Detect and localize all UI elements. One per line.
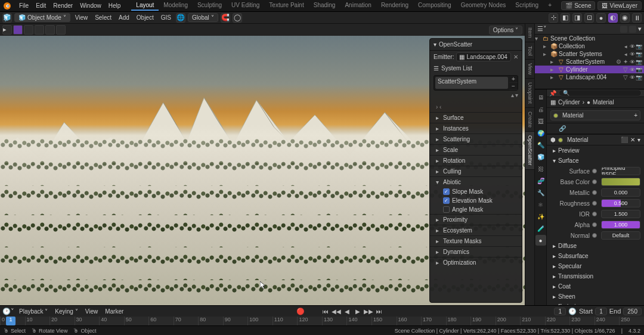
workspace-tab-texture-paint[interactable]: Texture Paint: [264, 1, 308, 11]
3d-viewport[interactable]: ▾ OpenScatter Emitter: ▦ Landscape.004 ✕…: [0, 36, 525, 305]
clock-icon[interactable]: 🕑: [568, 308, 577, 315]
roughness-field[interactable]: 0.500: [601, 199, 640, 207]
jump-prev-key-icon[interactable]: ◀◀: [332, 307, 340, 315]
section-culling[interactable]: ▸Culling: [430, 166, 522, 176]
section-texture-masks[interactable]: ▸Texture Masks: [430, 235, 522, 246]
shading-matprev-icon[interactable]: ◐: [608, 13, 618, 23]
section-rotation[interactable]: ▸Rotation: [430, 155, 522, 166]
jump-start-icon[interactable]: ⏮: [321, 307, 330, 315]
checkbox[interactable]: ✓: [443, 197, 450, 204]
side-tab-openscatter[interactable]: OpenScatter: [525, 132, 534, 170]
visibility-toggle-icon[interactable]: 📷: [636, 59, 642, 65]
section-scattering[interactable]: ▸Scattering: [430, 134, 522, 144]
menu-help[interactable]: Help: [105, 2, 125, 9]
workspace-tab-uv-editing[interactable]: UV Editing: [227, 1, 264, 11]
section-surface[interactable]: ▾Surface: [547, 156, 644, 166]
tool-options-dropdown[interactable]: Options ˅: [489, 26, 522, 35]
jump-end-icon[interactable]: ⏭: [375, 307, 383, 315]
gizmo-icon[interactable]: ⊹: [549, 13, 558, 23]
visibility-toggle-icon[interactable]: 👁: [629, 51, 635, 57]
menu-render[interactable]: Render: [49, 2, 76, 9]
system-list-item[interactable]: ScatterSystem: [435, 77, 508, 89]
section-diffuse[interactable]: ▸Diffuse: [547, 241, 644, 251]
workspace-tab-geometry-nodes[interactable]: Geometry Nodes: [456, 1, 511, 11]
menu-file[interactable]: File: [16, 2, 32, 9]
visibility-toggle-icon[interactable]: 📷: [636, 44, 642, 49]
shading-solid-icon[interactable]: ●: [596, 13, 606, 23]
outliner-filter-icon[interactable]: [620, 26, 627, 33]
play-icon[interactable]: ▶: [354, 307, 362, 315]
alpha-field[interactable]: 1.000: [601, 221, 640, 229]
props-pin-icon[interactable]: 📌: [549, 90, 556, 97]
emitter-clear-icon[interactable]: ✕: [513, 54, 518, 60]
outliner-type-icon[interactable]: ☰˅: [537, 25, 547, 33]
outliner-row[interactable]: ▸📦Collection◂👁📷: [535, 42, 644, 50]
workspace-tab-scripting[interactable]: Scripting: [510, 1, 543, 11]
side-tab-unopaint[interactable]: Unopaint: [525, 79, 534, 108]
workspace-tab-rendering[interactable]: Rendering: [376, 1, 413, 11]
visibility-toggle-icon[interactable]: ◂: [623, 51, 628, 57]
proportional-icon[interactable]: ◯: [233, 13, 242, 23]
outliner-row[interactable]: ▸▽Cylinder▽👁📷: [535, 66, 644, 73]
pause-icon[interactable]: ⏸: [632, 13, 642, 23]
timeline-track[interactable]: 0102030405060708090100110120130140150160…: [0, 317, 644, 325]
header-menu-object[interactable]: Object: [134, 14, 156, 21]
props-tab-3[interactable]: 🌍: [535, 128, 546, 138]
timeline-type-icon[interactable]: 🕑˅: [2, 308, 14, 315]
checkbox[interactable]: [443, 206, 450, 213]
material-name-field[interactable]: Material: [567, 137, 589, 143]
metallic-field[interactable]: 0.000: [601, 188, 640, 197]
list-add-icon[interactable]: +: [509, 76, 518, 83]
visibility-toggle-icon[interactable]: ◂: [623, 44, 628, 49]
tool-rotate-icon[interactable]: [35, 25, 44, 35]
props-tab-4[interactable]: 🔦: [535, 139, 546, 150]
mode-dropdown[interactable]: 🧊 Object Mode ˅: [14, 13, 70, 22]
chevron-icon[interactable]: ▸: [550, 74, 556, 80]
visibility-toggle-icon[interactable]: 📷: [636, 75, 642, 80]
chevron-icon[interactable]: ▸: [543, 43, 549, 49]
workspace-tab-layout[interactable]: Layout: [131, 1, 159, 11]
abiotic-slope-mask[interactable]: ✓Slope Mask: [430, 187, 522, 196]
props-tab-5[interactable]: 🧊: [535, 151, 546, 162]
end-frame-field[interactable]: 250: [623, 308, 642, 315]
socket-icon[interactable]: [592, 201, 597, 206]
outliner-row[interactable]: ▸▽Landscape.004▽👁📷: [535, 73, 644, 81]
socket-icon[interactable]: [592, 222, 597, 227]
play-reverse-icon[interactable]: ◀: [343, 307, 351, 315]
props-tab-7[interactable]: 🧬: [535, 175, 546, 186]
section-optimization[interactable]: ▸Optimization: [430, 257, 522, 268]
section-preview[interactable]: ▸Preview: [547, 145, 644, 156]
chevron-icon[interactable]: ▸: [550, 58, 556, 65]
abiotic-elevation-mask[interactable]: ✓Elevation Mask: [430, 196, 522, 205]
section-surface[interactable]: ▸Surface: [430, 112, 522, 123]
workspace-tab-animation[interactable]: Animation: [340, 1, 376, 11]
chevron-down-icon[interactable]: ▾: [535, 35, 541, 42]
props-tab-10[interactable]: ✨: [535, 211, 546, 222]
timeline-view-menu[interactable]: View: [83, 308, 101, 315]
section-abiotic[interactable]: ▾ Abiotic: [430, 176, 522, 187]
section-coat[interactable]: ▸Coat: [547, 281, 644, 291]
normal-field[interactable]: Default: [601, 231, 640, 240]
visibility-toggle-icon[interactable]: 📷: [636, 51, 642, 57]
socket-icon[interactable]: [592, 190, 597, 195]
outliner-search-icon[interactable]: [629, 26, 636, 33]
tool-move-icon[interactable]: [24, 25, 33, 35]
section-instances[interactable]: ▸Instances: [430, 123, 522, 134]
jump-next-key-icon[interactable]: ▶▶: [364, 307, 373, 315]
playhead[interactable]: 1: [6, 317, 16, 325]
snap-icon[interactable]: 🧲: [221, 13, 230, 23]
node-close-icon[interactable]: ✕: [630, 137, 635, 143]
section-subsurface[interactable]: ▸Subsurface: [547, 251, 644, 261]
shading-wire-icon[interactable]: ⊡: [584, 13, 594, 23]
visibility-toggle-icon[interactable]: 👁: [629, 75, 635, 80]
node-menu-icon[interactable]: ▾: [637, 137, 640, 143]
shading-rendered-icon[interactable]: ◉: [620, 13, 630, 23]
workspace-tab-modeling[interactable]: Modeling: [159, 1, 193, 11]
props-tab-12[interactable]: ●: [535, 235, 546, 246]
header-menu-view[interactable]: View: [73, 14, 91, 21]
props-tab-0[interactable]: 🖥: [535, 92, 546, 103]
timeline-playback-menu[interactable]: Playback ˅: [17, 308, 50, 315]
crumb-object[interactable]: Cylinder: [558, 99, 580, 106]
xray-icon[interactable]: ◨: [572, 13, 582, 23]
section-proximity[interactable]: ▸Proximity: [430, 214, 522, 225]
